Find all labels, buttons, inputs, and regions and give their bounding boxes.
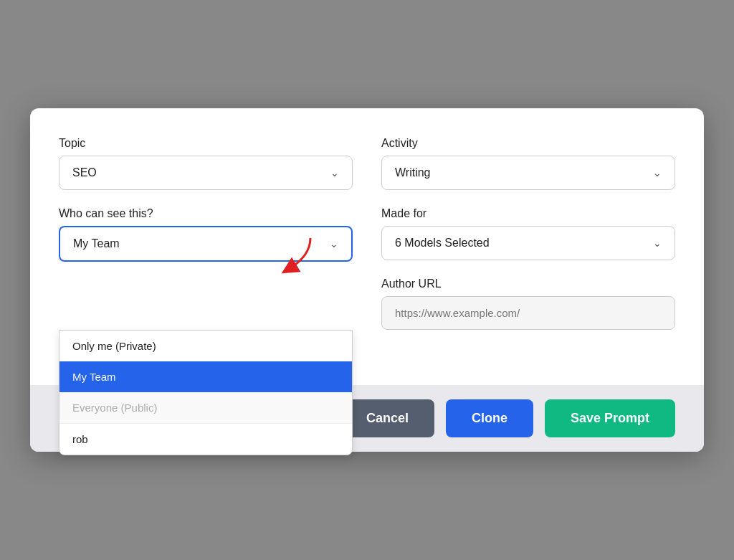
activity-field-group: Activity Writing ⌄ [381,137,675,190]
made-for-chevron-icon: ⌄ [653,237,662,249]
cancel-button[interactable]: Cancel [340,399,434,437]
author-url-label: Author URL [381,277,675,290]
activity-chevron-icon: ⌄ [653,167,662,179]
topic-label: Topic [59,137,353,150]
topic-chevron-icon: ⌄ [330,167,339,179]
form-grid: Topic SEO ⌄ Activity Writing ⌄ Who can s… [59,137,675,330]
dropdown-option-private[interactable]: Only me (Private) [59,331,352,361]
author-url-input[interactable] [381,296,675,330]
visibility-value: My Team [73,237,120,250]
visibility-dropdown: Only me (Private) My Team Everyone (Publ… [59,330,353,455]
dropdown-option-public[interactable]: Everyone (Public) [59,392,352,423]
dropdown-option-username[interactable]: rob [59,423,352,455]
made-for-field-group: Made for 6 Models Selected ⌄ Author URL [381,207,675,330]
activity-value: Writing [395,166,431,179]
visibility-chevron-icon: ⌄ [330,238,338,250]
topic-select[interactable]: SEO ⌄ [59,156,353,190]
visibility-label: Who can see this? [59,207,353,220]
modal-container: Topic SEO ⌄ Activity Writing ⌄ Who can s… [30,108,704,452]
activity-select[interactable]: Writing ⌄ [381,156,675,190]
topic-value: SEO [72,166,97,179]
made-for-select[interactable]: 6 Models Selected ⌄ [381,226,675,260]
save-prompt-button[interactable]: Save Prompt [545,399,675,437]
made-for-label: Made for [381,207,675,220]
made-for-value: 6 Models Selected [395,237,490,250]
dropdown-option-myteam[interactable]: My Team [59,361,352,392]
visibility-select[interactable]: My Team ⌄ [59,226,353,262]
visibility-field-group: Who can see this? My Team ⌄ Only me (Pri… [59,207,353,330]
clone-button[interactable]: Clone [446,399,533,437]
activity-label: Activity [381,137,675,150]
topic-field-group: Topic SEO ⌄ [59,137,353,190]
